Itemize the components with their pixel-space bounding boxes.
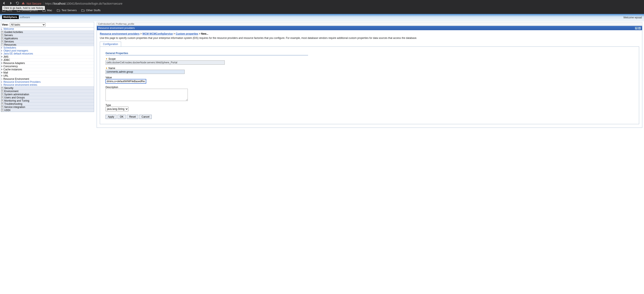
nav-javaee-default-resources[interactable]: ■Java EE default resources	[1, 52, 94, 55]
logo-websphere: WebSphere.	[2, 15, 19, 19]
collapse-icon[interactable]: −	[1, 44, 4, 46]
nav-applications[interactable]: +Applications	[1, 37, 94, 40]
expand-icon[interactable]: +	[1, 62, 2, 65]
nav-services[interactable]: +Services	[1, 40, 94, 43]
forward-icon[interactable]	[9, 1, 13, 6]
select-type[interactable]: java.lang.String	[106, 107, 128, 111]
bookmark-folder-test-servers[interactable]: Test Servers	[57, 9, 76, 12]
expand-icon[interactable]: +	[1, 34, 4, 37]
collapse-icon[interactable]: −	[1, 78, 2, 81]
folder-icon	[57, 9, 60, 12]
expand-icon[interactable]: +	[1, 97, 4, 99]
nav-jdbc[interactable]: +JDBC	[1, 58, 94, 62]
expand-icon[interactable]: +	[1, 71, 2, 74]
nav-schedulers[interactable]: ■Schedulers	[1, 46, 94, 49]
nav-security[interactable]: +Security	[1, 86, 94, 90]
nav-url[interactable]: +URL	[1, 74, 94, 77]
label-value: Value	[106, 76, 112, 79]
expand-icon[interactable]: +	[1, 37, 4, 40]
nav-troubleshooting[interactable]: +Troubleshooting	[1, 102, 94, 105]
divider	[43, 2, 43, 6]
bookmarks-bar: HCL Development Mac Test Servers Other S…	[0, 7, 644, 14]
nav-system-administration[interactable]: +System administration	[1, 93, 94, 96]
minimize-icon[interactable]: –	[638, 27, 641, 30]
url-text: https://localhost:10041/ibm/console/logi…	[45, 2, 122, 5]
tab-content: General Properties ✦Scope ✦Name Value	[100, 47, 639, 124]
address-bar[interactable]: Not Secure https://localhost:10041/ibm/c…	[22, 2, 122, 6]
bc-custom-properties[interactable]: Custom properties	[176, 32, 198, 35]
nav-tree: ■Welcome +Guided Activities +Servers +Ap…	[1, 28, 94, 112]
view-selector-row: View: All tasks	[1, 22, 94, 28]
apply-button[interactable]: Apply	[106, 115, 116, 119]
bc-current: New...	[201, 32, 208, 35]
help-icon[interactable]: ?	[635, 27, 638, 30]
input-name[interactable]	[106, 70, 185, 74]
nav-resource-environment-entries[interactable]: ■Resource environment entries	[1, 83, 94, 86]
warning-icon	[22, 2, 25, 6]
input-value[interactable]	[106, 79, 146, 84]
logo-software: software	[20, 16, 30, 19]
welcome-user: Welcome wpsad	[623, 16, 642, 19]
nav-service-integration[interactable]: +Service integration	[1, 105, 94, 109]
expand-icon[interactable]: +	[1, 109, 4, 112]
reset-button[interactable]: Reset	[127, 115, 138, 119]
nav-uddi[interactable]: +UDDI	[1, 109, 94, 112]
nav-servers[interactable]: +Servers	[1, 34, 94, 37]
bc-wcm-wcmconfigservice[interactable]: WCM WCMConfigService	[142, 32, 173, 35]
nav-welcome[interactable]: ■Welcome	[1, 28, 94, 31]
expand-icon[interactable]: +	[1, 87, 4, 89]
nav-environment[interactable]: +Environment	[1, 90, 94, 93]
nav-object-pool-managers[interactable]: ■Object pool managers	[1, 49, 94, 52]
nav-users-and-groups[interactable]: +Users and Groups	[1, 96, 94, 99]
breadcrumb: Resource environment providers > WCM WCM…	[100, 32, 639, 35]
nav-mail[interactable]: +Mail	[1, 71, 94, 74]
label-scope: Scope	[108, 58, 116, 60]
ok-button[interactable]: OK	[118, 115, 126, 119]
expand-icon[interactable]: +	[1, 103, 4, 105]
bookmark-folder-other-stuffs[interactable]: Other Stuffs	[81, 9, 100, 12]
expand-icon[interactable]: +	[1, 100, 4, 102]
expand-icon[interactable]: +	[1, 59, 2, 62]
required-icon: ✦	[106, 67, 108, 70]
expand-icon[interactable]: +	[1, 55, 2, 58]
expand-icon[interactable]: +	[1, 68, 2, 71]
nav-resource-environment[interactable]: −Resource Environment	[1, 77, 94, 81]
cancel-button[interactable]: Cancel	[139, 115, 152, 119]
expand-icon[interactable]: +	[1, 90, 4, 93]
expand-icon[interactable]: +	[1, 31, 4, 33]
input-description[interactable]	[106, 89, 188, 101]
not-secure-label: Not Secure	[26, 2, 41, 5]
back-tooltip: Click to go back, hold to see history	[2, 6, 45, 10]
view-select[interactable]: All tasks	[10, 23, 46, 27]
browser-toolbar: Not Secure https://localhost:10041/ibm/c…	[0, 0, 644, 7]
expand-icon[interactable]: +	[1, 106, 4, 108]
nav-monitoring-and-tuning[interactable]: +Monitoring and Tuning	[1, 99, 94, 102]
expand-icon[interactable]: +	[1, 93, 4, 96]
nav-resource-adapters[interactable]: +Resource Adapters	[1, 62, 94, 65]
nav-guided-activities[interactable]: +Guided Activities	[1, 31, 94, 34]
cell-profile-info: Cell=dockerCell, Profile=wp_profile	[97, 22, 642, 26]
app-header: WebSphere. software Welcome wpsad	[0, 14, 644, 21]
view-label: View:	[2, 23, 8, 26]
expand-icon[interactable]: +	[1, 41, 4, 43]
content-panel: Resource environment providers ? – Resou…	[97, 26, 642, 128]
bc-resource-env-providers[interactable]: Resource environment providers	[100, 32, 140, 35]
reload-icon[interactable]	[16, 1, 20, 6]
nav-resource-environment-providers[interactable]: ■Resource Environment Providers	[1, 81, 94, 83]
tab-configuration[interactable]: Configuration	[100, 42, 121, 47]
expand-icon[interactable]: +	[1, 65, 2, 68]
label-type: Type	[106, 104, 111, 107]
nav-concurrency[interactable]: +Concurrency	[1, 65, 94, 68]
tab-strip: Configuration	[100, 42, 639, 47]
label-name: Name	[108, 67, 115, 70]
app-logo: WebSphere. software	[2, 15, 30, 19]
back-icon[interactable]	[2, 1, 6, 6]
panel-titlebar: Resource environment providers ? –	[97, 26, 642, 30]
nav-jms[interactable]: +JMS	[1, 55, 94, 58]
label-description: Description	[106, 86, 118, 89]
expand-icon[interactable]: +	[1, 74, 2, 77]
panel-title-text: Resource environment providers	[98, 27, 134, 30]
required-icon: ✦	[106, 58, 108, 60]
nav-resources[interactable]: −Resources	[1, 43, 94, 46]
nav-cache-instances[interactable]: +Cache instances	[1, 68, 94, 71]
